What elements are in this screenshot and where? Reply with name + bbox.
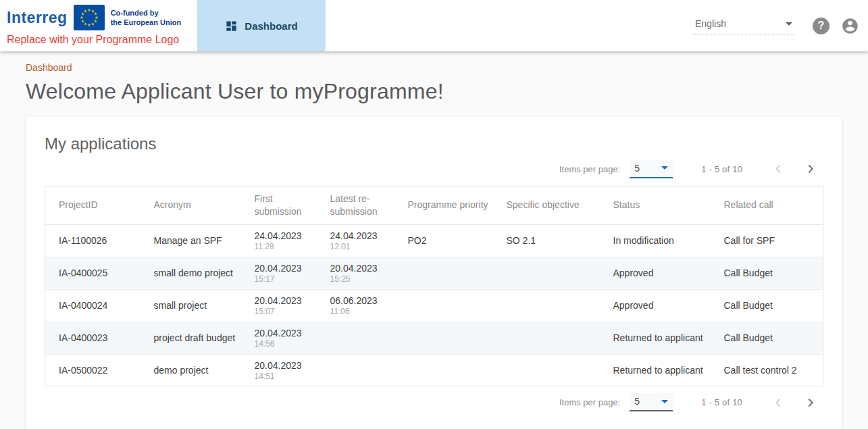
- column-header-project-id: ProjectID: [45, 186, 141, 225]
- cell-acronym: small project: [141, 289, 241, 322]
- cell-status: Approved: [600, 257, 711, 289]
- next-page-button[interactable]: [800, 393, 821, 413]
- help-icon[interactable]: ?: [813, 18, 829, 34]
- cell-project-id: IA-1100026: [45, 224, 141, 257]
- eu-flag-icon: [74, 5, 105, 30]
- cell-programme-priority: [394, 322, 493, 354]
- applications-table: ProjectID Acronym First submission Lates…: [45, 186, 823, 387]
- language-select-value: English: [695, 18, 726, 29]
- column-header-first-submission: First submission: [241, 186, 317, 225]
- my-applications-card: My applications Items per page: 5 1 - 5 …: [26, 117, 842, 429]
- items-per-page-label: Items per page:: [559, 164, 620, 174]
- items-per-page-label: Items per page:: [559, 397, 620, 407]
- cell-related-call: Call test control 2: [711, 354, 823, 386]
- cell-status: Approved: [600, 289, 711, 322]
- cell-related-call: Call for SPF: [711, 224, 823, 257]
- paginator-range-label: 1 - 5 of 10: [701, 164, 742, 174]
- paginator-top: Items per page: 5 1 - 5 of 10: [45, 153, 823, 184]
- column-header-acronym: Acronym: [141, 186, 241, 225]
- cell-specific-objective: SO 2.1: [493, 224, 600, 257]
- chevron-left-icon: [771, 161, 786, 176]
- cell-programme-priority: [394, 289, 493, 322]
- cell-programme-priority: PO2: [394, 224, 493, 257]
- page-size-value: 5: [634, 163, 640, 174]
- cell-first-submission: 20.04.2023 14:51: [241, 354, 317, 386]
- previous-page-button[interactable]: [768, 393, 788, 413]
- cell-programme-priority: [394, 354, 493, 386]
- cell-latest-resubmission: [317, 322, 394, 354]
- chevron-left-icon: [771, 395, 786, 410]
- next-page-button[interactable]: [800, 159, 821, 179]
- table-row[interactable]: IA-0500022 demo project 20.04.2023 14:51…: [45, 354, 823, 386]
- cell-first-submission: 24.04.2023 11:28: [241, 224, 317, 257]
- cell-latest-resubmission: 06.06.2023 11:06: [317, 289, 394, 322]
- cell-related-call: Call Budget: [711, 289, 823, 322]
- column-header-related-call: Related call: [711, 186, 823, 225]
- nav-tab-dashboard[interactable]: Dashboard: [197, 0, 326, 51]
- cell-specific-objective: [493, 322, 600, 354]
- cell-acronym: small demo project: [141, 257, 241, 289]
- cell-first-submission: 20.04.2023 15:17: [241, 257, 317, 289]
- cell-acronym: project draft budget: [141, 322, 241, 354]
- account-icon[interactable]: [841, 17, 859, 35]
- cell-status: In modification: [600, 224, 711, 257]
- table-header-row: ProjectID Acronym First submission Lates…: [45, 186, 823, 225]
- table-row[interactable]: IA-1100026 Manage an SPF 24.04.2023 11:2…: [45, 224, 823, 257]
- paginator-range-label: 1 - 5 of 10: [701, 397, 742, 407]
- logo-placeholder-text: Replace with your Programme Logo: [7, 34, 182, 46]
- cell-acronym: demo project: [141, 354, 241, 386]
- previous-page-button[interactable]: [768, 159, 788, 179]
- chevron-right-icon: [803, 395, 818, 410]
- nav-tab-dashboard-label: Dashboard: [245, 20, 297, 32]
- cell-latest-resubmission: 20.04.2023 15:25: [317, 257, 394, 289]
- page-size-select[interactable]: 5: [630, 160, 673, 178]
- column-header-latest-resubmission: Latest re-submission: [317, 186, 394, 225]
- page-size-select[interactable]: 5: [630, 393, 673, 411]
- column-header-programme-priority: Programme priority: [394, 186, 493, 225]
- column-header-status: Status: [600, 186, 711, 225]
- cell-project-id: IA-0400023: [45, 322, 141, 354]
- cell-specific-objective: [493, 289, 600, 322]
- chevron-right-icon: [803, 161, 818, 176]
- cell-first-submission: 20.04.2023 14:56: [241, 322, 317, 354]
- cell-first-submission: 20.04.2023 15:07: [241, 289, 317, 322]
- dashboard-icon: [225, 20, 238, 32]
- cofunded-caption: Co-funded by the European Union: [111, 8, 182, 28]
- cell-latest-resubmission: [317, 354, 394, 386]
- table-row[interactable]: IA-0400023 project draft budget 20.04.20…: [45, 322, 823, 354]
- page-title: Welcome Applicant User to myProgramme!: [26, 79, 842, 104]
- app-header: Interreg Co-funded by the European Union…: [0, 0, 868, 51]
- paginator-bottom: Items per page: 5 1 - 5 of 10: [45, 387, 823, 418]
- breadcrumb[interactable]: Dashboard: [26, 62, 72, 73]
- cell-related-call: Call Budget: [711, 257, 823, 289]
- cell-programme-priority: [394, 257, 493, 289]
- cell-status: Returned to applicant: [600, 354, 711, 386]
- chevron-down-icon: [786, 22, 792, 26]
- cell-specific-objective: [493, 354, 600, 386]
- chevron-down-icon: [661, 400, 668, 403]
- interreg-wordmark: Interreg: [7, 9, 68, 27]
- language-select[interactable]: English: [693, 17, 794, 34]
- cell-acronym: Manage an SPF: [141, 224, 241, 257]
- table-row[interactable]: IA-0400025 small demo project 20.04.2023…: [45, 257, 823, 289]
- column-header-specific-objective: Specific objective: [493, 186, 600, 225]
- cell-specific-objective: [493, 257, 600, 289]
- cell-latest-resubmission: 24.04.2023 12:01: [317, 224, 394, 257]
- cell-project-id: IA-0400025: [45, 257, 141, 289]
- page-size-value: 5: [634, 396, 640, 407]
- cell-project-id: IA-0400024: [45, 289, 141, 322]
- card-title: My applications: [45, 134, 823, 153]
- cell-related-call: Call Budget: [711, 322, 823, 354]
- programme-logo: Interreg Co-funded by the European Union…: [0, 0, 189, 51]
- cell-project-id: IA-0500022: [45, 354, 141, 386]
- cell-status: Returned to applicant: [600, 322, 711, 354]
- chevron-down-icon: [661, 166, 668, 170]
- table-row[interactable]: IA-0400024 small project 20.04.2023 15:0…: [45, 289, 823, 322]
